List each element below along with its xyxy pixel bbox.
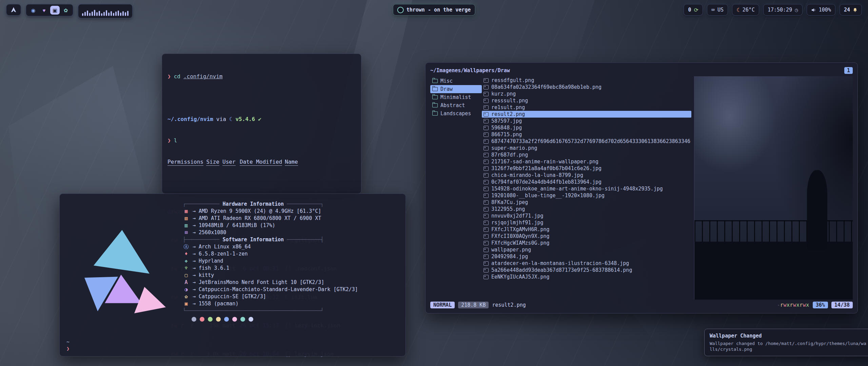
graph-bar <box>103 12 105 16</box>
file-list-item[interactable]: 154928-odinokoe_anime-art-anime-okno-sin… <box>482 185 691 192</box>
media-player-module[interactable]: thrown - on the verge <box>393 4 475 16</box>
file-list-item[interactable]: atardecer-en-la-montanas-ilustracion-634… <box>482 260 691 267</box>
header-rule: └───────────────────────────────────────… <box>183 308 323 314</box>
arrow-icon: → <box>193 293 196 300</box>
file-name: 8FKa7Cu.jpeg <box>491 199 528 205</box>
notifications-module[interactable]: 24 <box>840 4 862 16</box>
image-file-icon <box>484 146 489 150</box>
clock-icon: ◷ <box>795 7 798 13</box>
file-list-item[interactable]: FXfcJlTXgAMvH6R.png <box>482 226 691 233</box>
terminal-command-line: ❯l <box>167 137 356 144</box>
volume-module[interactable]: 100% <box>807 4 835 16</box>
folder-name: Landscapes <box>440 110 471 117</box>
workspace-button[interactable]: ✿ <box>61 6 71 15</box>
hardware-item-text: AMD Ryzen 9 5900X (24) @ 4.9GHz [61.3°C] <box>199 208 321 215</box>
fetch-info: ┌─────────── Hardware Information ──────… <box>183 199 399 351</box>
file-list-item[interactable]: kurz.png <box>482 90 691 97</box>
software-info-lines: Ⓐ → Arch Linux x86_64 ♦ → 6.5.8-zen1-1-z… <box>183 243 399 307</box>
file-list-item[interactable]: 87r687df.png <box>482 151 691 158</box>
file-list-item[interactable]: 08a634fa02a32364f69ebc86a98eb1eb.png <box>482 84 691 90</box>
file-list-item[interactable]: 587597.jpg <box>482 118 691 124</box>
image-file-icon <box>484 221 489 225</box>
launcher-button[interactable] <box>6 4 21 16</box>
palette-dot <box>232 317 237 322</box>
column-header: Name <box>285 158 298 166</box>
terminal-window[interactable]: ❯cd.config/nvim ~/.config/nvimvia☾v5.4.6… <box>162 54 361 194</box>
file-list-item[interactable]: 19201080-__blue-tinge__-1920×1080.jpg <box>482 192 691 199</box>
folder-icon <box>432 87 438 91</box>
hardware-item-text: 10948MiB / 64183MiB (17%) <box>199 222 275 229</box>
keyboard-layout-module[interactable]: ⌨ US <box>707 4 728 16</box>
file-list-item[interactable]: super-mario.png <box>482 145 691 151</box>
file-list-item[interactable]: chica-mirando-la-luna-8799.jpg <box>482 172 691 179</box>
workspace-button[interactable]: ♥ <box>39 6 49 15</box>
updates-module[interactable]: 0 ⟳ <box>684 4 703 16</box>
file-list-item[interactable]: nnvuv0xj2df71.jpg <box>482 212 691 219</box>
scroll-percentage-badge: 36% <box>813 302 828 308</box>
sidebar-folder-item[interactable]: Abstract <box>430 101 482 109</box>
hardware-item-icon: ⊞ <box>183 229 190 236</box>
file-list-item[interactable]: 8FKa7Cu.jpeg <box>482 199 691 206</box>
file-list-item[interactable]: EeNKYgIUcAAJ5JX.png <box>482 273 691 280</box>
file-list-item[interactable]: 0c794faf07de24a4db4d4fb1eb813964.jpg <box>482 179 691 185</box>
workspace-button[interactable]: ◉ <box>28 6 38 15</box>
file-list-item[interactable]: 596848.jpg <box>482 124 691 131</box>
file-list-item[interactable]: 866715.png <box>482 131 691 138</box>
system-graph-module[interactable] <box>78 4 133 18</box>
image-preview-pane <box>694 76 853 300</box>
workspace-button[interactable]: ▣ <box>50 6 60 15</box>
notification-toast[interactable]: Wallpaper Changed Wallpaper changed to /… <box>704 329 868 356</box>
keyboard-layout: US <box>717 7 724 13</box>
column-header: Size <box>206 158 219 166</box>
sidebar-folder-item[interactable]: Landscapes <box>430 109 482 118</box>
file-list-item[interactable]: ressdfgult.png <box>482 77 691 84</box>
tab-badge[interactable]: 1 <box>844 67 853 74</box>
sidebar-folder-item[interactable]: Misc <box>430 77 482 85</box>
clock-module[interactable]: 17:50:29 ◷ <box>763 4 803 16</box>
file-list-item[interactable]: FXfcHgcWIAMzs0G.png <box>482 240 691 246</box>
sidebar-folder-item[interactable]: Draw <box>430 85 482 93</box>
media-title: thrown - on the verge <box>407 7 471 13</box>
file-list-item[interactable]: 20492984.jpg <box>482 253 691 260</box>
graph-bar <box>89 13 91 16</box>
file-size-badge: 218.8 KB <box>458 302 489 308</box>
file-list-item[interactable]: result2.png <box>482 111 691 118</box>
arrow-icon: → <box>193 250 196 258</box>
software-section-header: ├─────────── Software Information ──────… <box>183 236 399 243</box>
file-list-item[interactable]: FXfcII0X0AQyn9X.png <box>482 233 691 240</box>
preview-balcony <box>694 242 853 300</box>
sidebar-folder-item[interactable]: Minimalist <box>430 93 482 101</box>
file-list-item[interactable]: resssult.png <box>482 97 691 104</box>
file-list-item[interactable]: 5a266e448add93deab367d87173e9f25-6837886… <box>482 267 691 273</box>
software-item-text: JetBrainsMono Nerd Font Light 10 [GTK2/3… <box>199 279 324 286</box>
file-list-item[interactable]: 3122955.png <box>482 206 691 212</box>
status-bar-right: -rwxrwxrwx 36% 14/38 <box>777 302 853 308</box>
file-name: 0c794faf07de24a4db4d4fb1eb813964.jpg <box>491 179 601 185</box>
file-list-item[interactable]: 217167-sad-anime-rain-wallpaper.png <box>482 158 691 165</box>
file-name: 3122955.png <box>491 206 525 212</box>
graph-bar <box>94 10 95 16</box>
column-header: Date Modified <box>240 158 282 166</box>
notification-body: Wallpaper changed to /home/matt/.config/… <box>710 341 868 352</box>
file-list-item[interactable]: 68747470733a2f2f696d616765732d7769786d70… <box>482 138 691 145</box>
file-list-item[interactable]: wallpaper.png <box>482 246 691 253</box>
graph-bar <box>87 11 88 16</box>
weather-module[interactable]: ☾ 26°C <box>732 4 759 16</box>
notification-count: 24 <box>844 7 850 13</box>
file-manager-window[interactable]: ~/Imagenes/Wallpapers/Draw 1 Misc Draw M… <box>425 62 858 313</box>
file-list-item[interactable]: rsjqojlmjhf91.jpg <box>482 219 691 226</box>
fetch-shell-prompt: ~ ❯ <box>66 339 70 352</box>
weather-icon: ☾ <box>736 7 740 13</box>
file-list-item[interactable]: re1sult.png <box>482 104 691 111</box>
file-list-item[interactable]: 3126f7e9bbf21a8a4af0b67b041c6e26.jpg <box>482 165 691 172</box>
hardware-info-lines: ▦ → AMD Ryzen 9 5900X (24) @ 4.9GHz [61.… <box>183 208 399 236</box>
system-fetch-window[interactable]: ┌─────────── Hardware Information ──────… <box>59 194 406 357</box>
notification-title: Wallpaper Changed <box>710 333 868 339</box>
palette-dot <box>240 317 245 322</box>
file-manager-body: Misc Draw Minimalist Abstract <box>430 76 853 300</box>
image-file-icon <box>484 133 489 137</box>
workspace-icon: ♥ <box>43 8 46 13</box>
image-file-icon <box>484 173 489 178</box>
prompt-directory: ~ <box>66 339 70 345</box>
header-rule: ───────────┐ <box>287 201 323 207</box>
